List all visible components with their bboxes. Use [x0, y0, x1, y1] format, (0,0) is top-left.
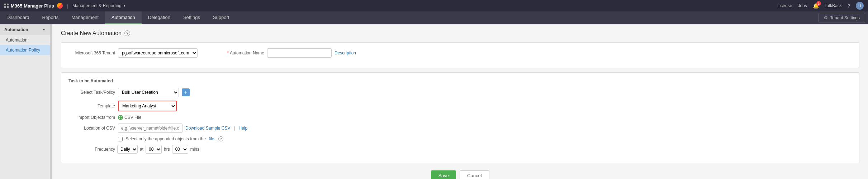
template-select-wrapper: Marketing Analyst [118, 101, 177, 111]
import-row: Import Objects from CSV File [68, 115, 852, 120]
task-policy-select[interactable]: Bulk User Creation [118, 88, 179, 97]
checkbox-tooltip-icon[interactable]: ? [218, 136, 223, 141]
main-nav: Dashboard Reports Management Automation … [0, 11, 868, 24]
hrs-text: hrs [164, 147, 170, 152]
file-link[interactable]: file. [209, 136, 215, 141]
action-buttons: Save Cancel [61, 170, 859, 179]
jobs-link[interactable]: Jobs [798, 3, 807, 8]
nav-item-dashboard[interactable]: Dashboard [0, 11, 36, 24]
notification-badge: 1 [816, 1, 821, 6]
separator: | [234, 126, 235, 131]
frequency-label: Frequency [68, 147, 115, 152]
task-form-section: Task to be Automated Select Task/Policy … [61, 72, 859, 163]
chevron-icon: ▼ [42, 28, 46, 32]
tenant-form-section: Microsoft 365 Tenant pgsoftwareeurope.on… [61, 42, 859, 68]
tenant-label: Microsoft 365 Tenant [68, 50, 115, 55]
notification-bell[interactable]: 🔔 1 [813, 3, 819, 9]
logo-grid-icon [4, 4, 9, 8]
radio-inner-icon [119, 116, 122, 119]
location-label: Location of CSV [68, 126, 115, 131]
frequency-row: Frequency Daily at 00 hrs 00 mins [68, 145, 852, 154]
logo-text: M365 Manager Plus [11, 3, 54, 9]
csv-help-link[interactable]: Help [239, 126, 248, 131]
tenant-select-wrapper: pgsoftwareeurope.onmicrosoft.com [118, 48, 198, 58]
talkback-link[interactable]: TalkBack [825, 3, 842, 8]
tenant-row: Microsoft 365 Tenant pgsoftwareeurope.on… [68, 48, 852, 58]
automation-name-input[interactable] [267, 48, 332, 58]
template-label: Template [68, 103, 115, 108]
add-task-button[interactable]: + [182, 88, 190, 96]
import-label: Import Objects from [68, 115, 115, 120]
nav-item-automation[interactable]: Automation [105, 11, 142, 24]
automation-name-label: Automation Name [218, 50, 264, 55]
sidebar-header[interactable]: Automation ▼ [0, 24, 50, 35]
frequency-minutes-select[interactable]: 00 [172, 145, 188, 154]
cancel-button[interactable]: Cancel [460, 170, 489, 179]
description-link[interactable]: Description [335, 50, 356, 55]
location-input[interactable] [118, 124, 182, 133]
template-select[interactable]: Marketing Analyst [119, 101, 176, 111]
top-bar-left: M365 Manager Plus | Management & Reporti… [4, 3, 126, 9]
tenant-select[interactable]: pgsoftwareeurope.onmicrosoft.com [118, 48, 198, 58]
help-icon[interactable]: ? [848, 3, 850, 9]
template-row: Template Marketing Analyst [68, 101, 852, 111]
license-link[interactable]: License [777, 3, 792, 8]
nav-item-reports[interactable]: Reports [36, 11, 65, 24]
checkbox-label: Select only the appended objects from th… [125, 136, 206, 141]
at-text: at [140, 147, 143, 152]
task-section-title: Task to be Automated [68, 78, 852, 83]
page-layout: Automation ▼ Automation Automation Polic… [0, 24, 868, 179]
checkbox-row: Select only the appended objects from th… [118, 136, 852, 141]
logo-circle-icon [57, 3, 63, 9]
download-sample-csv-link[interactable]: Download Sample CSV [185, 126, 230, 131]
sidebar-scroll: Automation Automation Policy [0, 35, 50, 178]
page-header: Create New Automation ? [61, 30, 859, 37]
main-content: Create New Automation ? Microsoft 365 Te… [52, 24, 868, 179]
gear-icon: ⚙ [824, 15, 828, 20]
location-row: Location of CSV Download Sample CSV | He… [68, 124, 852, 133]
appended-objects-checkbox[interactable] [118, 137, 123, 141]
save-button[interactable]: Save [431, 170, 456, 179]
user-avatar[interactable]: U [856, 2, 864, 10]
page-help-icon[interactable]: ? [124, 30, 130, 36]
app-logo: M365 Manager Plus [4, 3, 63, 9]
csv-file-option[interactable]: CSV File [118, 115, 141, 120]
frequency-select[interactable]: Daily [117, 145, 138, 154]
frequency-hours-select[interactable]: 00 [146, 145, 162, 154]
sidebar-item-automation[interactable]: Automation [0, 35, 50, 45]
tenant-settings-button[interactable]: ⚙ Tenant Settings [819, 13, 865, 23]
top-bar-right: License Jobs 🔔 1 TalkBack ? U [777, 2, 864, 10]
task-label: Select Task/Policy [68, 90, 115, 95]
sidebar: Automation ▼ Automation Automation Polic… [0, 24, 50, 179]
nav-item-management[interactable]: Management [65, 11, 105, 24]
chevron-down-icon: ▼ [123, 4, 126, 8]
nav-item-support[interactable]: Support [207, 11, 236, 24]
radio-circle-icon [118, 115, 123, 120]
page-title: Create New Automation [61, 30, 122, 37]
mins-text: mins [190, 147, 199, 152]
top-bar: M365 Manager Plus | Management & Reporti… [0, 0, 868, 11]
management-reporting-link[interactable]: Management & Reporting ▼ [72, 3, 126, 8]
task-policy-row: Select Task/Policy Bulk User Creation + [68, 88, 852, 97]
sidebar-item-automation-policy[interactable]: Automation Policy [0, 45, 50, 55]
nav-item-delegation[interactable]: Delegation [142, 11, 177, 24]
nav-item-settings[interactable]: Settings [177, 11, 207, 24]
